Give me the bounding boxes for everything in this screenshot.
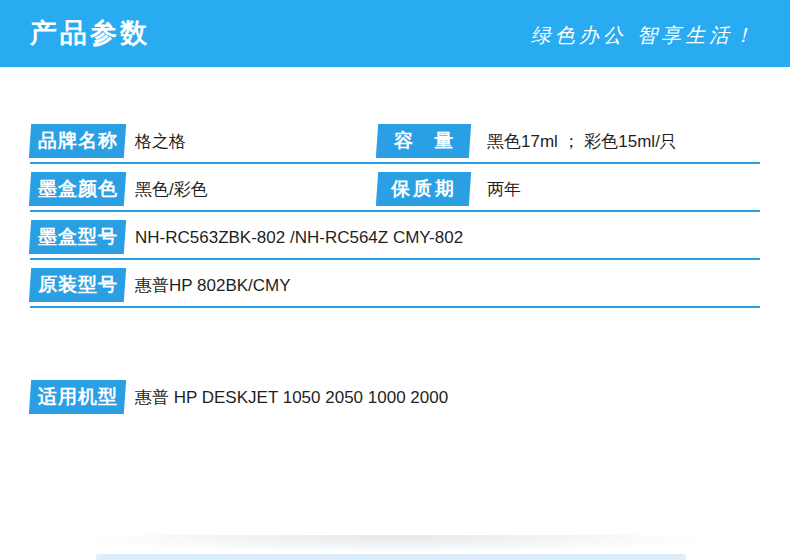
param-label-cartridge-model: 墨盒型号 [29, 220, 126, 254]
param-value-original-model: 惠普HP 802BK/CMY [135, 268, 291, 302]
param-label-cartridge-color-text: 墨盒颜色 [38, 176, 118, 202]
param-label-shelf-life-text: 保质期 [391, 176, 457, 202]
param-value-applicable-models: 惠普 HP DESKJET 1050 2050 1000 2000 [135, 380, 448, 414]
product-parameters-page: 产品参数 绿色办公 智享生活！ 品牌名称 格之格 容 量 黑色17ml ； 彩色… [0, 0, 790, 560]
param-label-brand: 品牌名称 [29, 124, 126, 158]
param-label-original-model: 原装型号 [29, 268, 126, 302]
param-label-capacity-text: 容 量 [394, 128, 454, 154]
param-label-cartridge-color: 墨盒颜色 [29, 172, 126, 206]
param-label-original-model-text: 原装型号 [38, 272, 118, 298]
brand-slogan: 绿色办公 智享生活！ [531, 0, 757, 67]
param-label-applicable-models: 适用机型 [29, 380, 126, 414]
param-label-applicable-models-text: 适用机型 [38, 384, 118, 410]
param-value-capacity: 黑色17ml ； 彩色15ml/只 [487, 124, 677, 158]
param-label-shelf-life: 保质期 [376, 172, 471, 206]
divider-line [30, 306, 760, 308]
divider-line [30, 162, 760, 164]
param-label-capacity: 容 量 [376, 124, 471, 158]
header-bar: 产品参数 绿色办公 智享生活！ [0, 0, 790, 67]
bottom-strip [96, 554, 686, 560]
divider-line [30, 210, 760, 212]
param-value-shelf-life: 两年 [487, 172, 521, 206]
param-value-cartridge-model: NH-RC563ZBK-802 /NH-RC564Z CMY-802 [135, 220, 463, 254]
param-label-cartridge-model-text: 墨盒型号 [38, 224, 118, 250]
param-value-brand: 格之格 [135, 124, 186, 158]
page-title: 产品参数 [30, 0, 150, 67]
param-value-cartridge-color: 黑色/彩色 [135, 172, 208, 206]
divider-line [30, 258, 760, 260]
param-label-brand-text: 品牌名称 [38, 128, 118, 154]
